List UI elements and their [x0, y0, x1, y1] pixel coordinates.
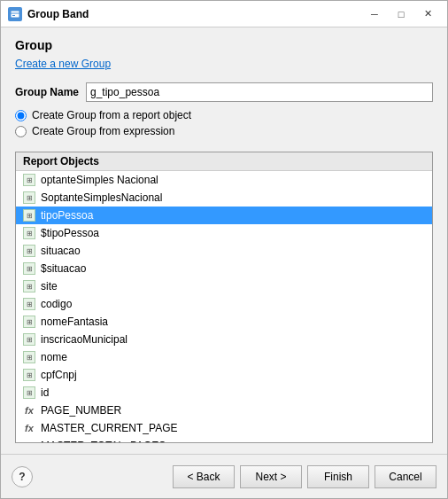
list-item[interactable]: fxMASTER_TOTAL_PAGES — [16, 437, 432, 442]
title-bar: Group Band ─ □ ✕ — [1, 1, 447, 27]
radio-row-2: Create Group from expression — [15, 125, 433, 137]
radio-row-1: Create Group from a report object — [15, 109, 433, 121]
section-title: Group — [15, 38, 433, 52]
cancel-button[interactable]: Cancel — [375, 465, 436, 488]
fx-icon: fx — [23, 440, 35, 442]
list-header: Report Objects — [16, 152, 432, 171]
report-objects-list: Report Objects ⊞optanteSimples Nacional⊞… — [15, 152, 433, 443]
radio-report-object[interactable] — [15, 110, 27, 121]
list-item[interactable]: ⊞site — [16, 277, 432, 295]
help-button[interactable]: ? — [12, 466, 33, 487]
field-icon: ⊞ — [23, 262, 35, 275]
field-icon: ⊞ — [23, 369, 35, 381]
radio-expression[interactable] — [15, 126, 27, 137]
group-name-input[interactable] — [86, 82, 433, 102]
list-item-label: codigo — [41, 298, 72, 310]
finish-button[interactable]: Finish — [307, 465, 369, 488]
list-item[interactable]: ⊞inscricaoMunicipal — [16, 331, 432, 348]
list-item-label: nomeFantasia — [41, 316, 108, 328]
field-icon: ⊞ — [23, 316, 35, 328]
radio-report-object-label[interactable]: Create Group from a report object — [32, 109, 191, 121]
list-item-label: id — [41, 386, 49, 399]
list-item[interactable]: fxPAGE_NUMBER — [16, 402, 432, 419]
list-item-label: SoptanteSimplesNacional — [41, 191, 162, 204]
list-item-label: situacao — [41, 245, 81, 257]
footer: ? < Back Next > Finish Cancel — [1, 454, 447, 498]
group-name-row: Group Name — [15, 82, 433, 102]
list-item[interactable]: ⊞id — [16, 384, 432, 402]
list-item[interactable]: ⊞optanteSimples Nacional — [16, 171, 432, 189]
field-icon: ⊞ — [23, 245, 35, 257]
field-icon: ⊞ — [23, 280, 35, 292]
list-item-label: MASTER_TOTAL_PAGES — [41, 440, 166, 442]
radio-expression-label[interactable]: Create Group from expression — [32, 125, 174, 137]
list-item-label: $tipoPessoa — [41, 227, 99, 239]
list-item[interactable]: ⊞$situacao — [16, 260, 432, 277]
list-item-label: PAGE_NUMBER — [41, 404, 121, 417]
list-item-label: site — [41, 280, 58, 292]
list-item-label: tipoPessoa — [41, 209, 93, 222]
window-title: Group Band — [27, 8, 362, 20]
list-body[interactable]: ⊞optanteSimples Nacional⊞SoptanteSimples… — [16, 171, 432, 442]
field-icon: ⊞ — [23, 191, 35, 204]
next-button[interactable]: Next > — [240, 465, 302, 488]
fx-icon: fx — [23, 422, 35, 434]
field-icon: ⊞ — [23, 227, 35, 239]
footer-buttons: < Back Next > Finish Cancel — [173, 465, 436, 488]
list-item[interactable]: ⊞codigo — [16, 295, 432, 313]
window-icon — [8, 7, 22, 21]
list-item[interactable]: ⊞situacao — [16, 242, 432, 260]
maximize-button[interactable]: □ — [389, 4, 413, 24]
field-icon: ⊞ — [23, 298, 35, 310]
list-item[interactable]: ⊞$tipoPessoa — [16, 224, 432, 242]
list-item[interactable]: ⊞tipoPessoa — [16, 207, 432, 224]
field-icon: ⊞ — [23, 351, 35, 363]
field-icon: ⊞ — [23, 333, 35, 346]
svg-rect-2 — [12, 15, 15, 16]
list-item[interactable]: ⊞cpfCnpj — [16, 366, 432, 384]
list-item-label: nome — [41, 351, 67, 363]
field-icon: ⊞ — [23, 174, 35, 186]
list-item[interactable]: fxMASTER_CURRENT_PAGE — [16, 419, 432, 437]
back-button[interactable]: < Back — [173, 465, 235, 488]
list-item[interactable]: ⊞SoptanteSimplesNacional — [16, 189, 432, 207]
footer-left: ? — [12, 466, 173, 487]
create-group-link[interactable]: Create a new Group — [15, 58, 433, 70]
list-item[interactable]: ⊞nome — [16, 348, 432, 366]
fx-icon: fx — [23, 404, 35, 417]
main-content: Group Create a new Group Group Name Crea… — [1, 27, 447, 454]
field-icon: ⊞ — [23, 386, 35, 399]
minimize-button[interactable]: ─ — [362, 4, 387, 24]
svg-rect-0 — [11, 11, 19, 18]
list-item-label: inscricaoMunicipal — [41, 333, 127, 346]
list-item-label: $situacao — [41, 262, 86, 275]
radio-group: Create Group from a report object Create… — [15, 109, 433, 141]
list-item-label: MASTER_CURRENT_PAGE — [41, 422, 177, 434]
list-item[interactable]: ⊞nomeFantasia — [16, 313, 432, 331]
list-item-label: cpfCnpj — [41, 369, 77, 381]
close-button[interactable]: ✕ — [415, 4, 440, 24]
group-name-label: Group Name — [15, 86, 79, 98]
field-icon: ⊞ — [23, 209, 35, 222]
list-item-label: optanteSimples Nacional — [41, 174, 158, 186]
title-controls: ─ □ ✕ — [362, 4, 440, 24]
group-band-window: Group Band ─ □ ✕ Group Create a new Grou… — [0, 0, 448, 499]
